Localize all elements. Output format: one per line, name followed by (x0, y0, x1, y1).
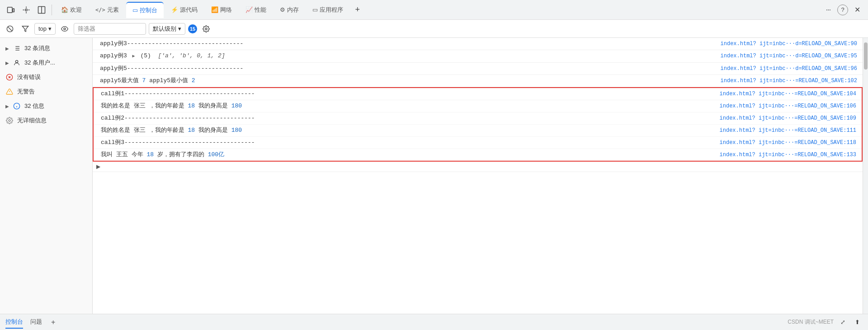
array-count: (5) (140, 52, 151, 59)
tab-sources[interactable]: ⚡ 源代码 (165, 2, 204, 18)
console-row-link[interactable]: index.html? ijt=inbc···=RELOAD_ON_SAVE:1… (718, 112, 862, 124)
num-value: 18 (146, 151, 154, 158)
console-row: 我的姓名是 张三 ，我的年龄是 18 我的身高是 180 index.html?… (94, 125, 862, 137)
screen-cast-btn[interactable]: ⤢ (837, 317, 848, 328)
device-toolbar-btn[interactable] (4, 3, 18, 17)
console-row-content: 我的姓名是 张三 ，我的年龄是 18 我的身高是 180 (94, 100, 718, 112)
sidebar-item-errors[interactable]: 没有错误 (0, 70, 92, 84)
console-row-link[interactable]: index.html? ijt=inbc···=RELOAD_ON_SAVE:1… (718, 125, 862, 136)
console-row: 我叫 王五 今年 18 岁，拥有了李四的 100亿 index.html? ij… (94, 149, 862, 161)
info-icon (13, 102, 21, 110)
console-row: call例3----------------------------------… (94, 137, 862, 149)
tab-network[interactable]: 📶 网络 (205, 2, 238, 18)
num-value: 180 (231, 127, 242, 134)
console-expand-row[interactable]: ▶ (93, 162, 863, 172)
console-row-content: apply例3--------------------------------- (93, 38, 719, 50)
console-row-content: call例3----------------------------------… (94, 137, 718, 149)
tab-application[interactable]: ▭ 应用程序 (306, 2, 349, 18)
bottom-right-area: CSDN 调试~MEET ⤢ ⬆ (788, 317, 863, 328)
console-row-link[interactable]: index.html? ijt=inbc···=RELOAD_ON_SAVE:1… (718, 88, 862, 100)
console-row-link[interactable]: index.html? ijt=inbc···=RELOAD_ON_SAVE:1… (718, 100, 862, 112)
level-dropdown-arrow-icon: ▾ (178, 25, 181, 32)
tab-console[interactable]: ▭ 控制台 (126, 2, 164, 18)
console-output[interactable]: apply例3---------------------------------… (93, 38, 863, 314)
console-icon: ▭ (132, 7, 138, 14)
sidebar-item-verbose[interactable]: 无详细信息 (0, 114, 92, 127)
console-row: apply例5---------------------------------… (93, 63, 863, 75)
svg-rect-1 (13, 9, 14, 12)
top-level-dropdown[interactable]: top ▾ (34, 23, 56, 35)
dropdown-arrow-icon: ▾ (48, 25, 52, 32)
console-row-link[interactable]: index.html? ijt=inbc···d=RELOAD_ON_SAVE:… (719, 63, 863, 74)
tab-application-label: 应用程序 (320, 6, 343, 14)
error-icon (5, 73, 14, 81)
bottom-tab-console[interactable]: 控制台 (5, 316, 23, 329)
sidebar-item-info[interactable]: ▶ 32 信息 (0, 99, 92, 113)
console-row: apply5最大值 7 apply5最小值 2 index.html? ijt=… (93, 75, 863, 87)
eye-btn[interactable] (58, 23, 71, 35)
expand-arrow-icon: ▶ (5, 46, 9, 51)
layout-btn[interactable] (34, 3, 49, 17)
sidebar-item-warnings[interactable]: 无警告 (0, 85, 92, 98)
svg-point-20 (15, 60, 18, 63)
scrollbar-track[interactable] (863, 38, 868, 314)
svg-point-2 (25, 9, 28, 11)
user-icon (13, 59, 21, 67)
tab-console-label: 控制台 (140, 6, 157, 14)
svg-point-13 (205, 28, 207, 30)
add-tab-btn[interactable]: + (350, 3, 365, 17)
tab-memory[interactable]: ⚙ 内存 (274, 2, 305, 18)
scrollbar-thumb[interactable] (864, 42, 868, 70)
expand-array-btn[interactable]: ▶ (132, 54, 135, 59)
inspect-btn[interactable] (19, 3, 33, 17)
console-row: apply例3---------------------------------… (93, 38, 863, 50)
console-toolbar: top ▾ 默认级别 ▾ 15 (0, 20, 868, 38)
close-devtools-btn[interactable]: ✕ (850, 3, 864, 17)
svg-point-12 (64, 28, 66, 30)
dock-btn[interactable]: ⬆ (852, 317, 863, 328)
log-level-dropdown[interactable]: 默认级别 ▾ (149, 23, 185, 35)
console-row-content: apply例5--------------------------------- (93, 63, 719, 74)
num-value: 100亿 (208, 151, 224, 158)
sidebar-item-all-messages[interactable]: ▶ 32 条消息 (0, 42, 92, 55)
settings-btn[interactable] (200, 23, 212, 35)
sidebar-item-errors-label: 没有错误 (17, 73, 41, 81)
log-level-label: 默认级别 (153, 25, 176, 33)
sidebar-item-info-label: 32 信息 (24, 102, 44, 110)
console-row: call例1----------------------------------… (94, 88, 862, 100)
array-preview: ['a', 'b', 0, 1, 2] (158, 52, 225, 59)
console-row-link[interactable]: index.html? ijt=inbc···=RELOAD_ON_SAVE:1… (718, 149, 862, 161)
tab-performance[interactable]: 📈 性能 (239, 2, 273, 18)
main-area: ▶ 32 条消息 ▶ 32 条用户... 没有错误 无警告 ▶ (0, 38, 868, 314)
sidebar-item-user-messages[interactable]: ▶ 32 条用户... (0, 56, 92, 70)
top-nav: 🏠 欢迎 </> 元素 ▭ 控制台 ⚡ 源代码 📶 网络 📈 性能 ⚙ 内存 ▭… (0, 0, 868, 20)
tab-performance-label: 性能 (255, 6, 266, 14)
num-value: 18 (188, 102, 195, 109)
highlighted-console-group: call例1----------------------------------… (93, 87, 863, 162)
console-row-link[interactable]: index.html? ijt=inbc···d=RELOAD_ON_SAVE:… (719, 38, 863, 50)
console-row-content: call例2----------------------------------… (94, 112, 718, 124)
filter-input[interactable] (74, 23, 146, 35)
console-row-link[interactable]: index.html? ijt=inbc···=RELOAD_ON_SAVE:1… (719, 75, 863, 87)
add-tab-bottom-btn[interactable]: + (51, 318, 55, 326)
memory-icon: ⚙ (280, 6, 285, 13)
badge-count: 15 (188, 24, 197, 33)
sidebar: ▶ 32 条消息 ▶ 32 条用户... 没有错误 无警告 ▶ (0, 38, 93, 314)
clear-console-btn[interactable] (4, 23, 16, 35)
num-value: 180 (231, 102, 242, 109)
console-row-link[interactable]: index.html? ijt=inbc···d=RELOAD_ON_SAVE:… (719, 50, 863, 62)
more-options-btn[interactable]: ··· (821, 3, 835, 17)
bottom-tab-issues[interactable]: 问题 (30, 316, 42, 329)
tab-elements-label: 元素 (107, 6, 119, 14)
elements-icon: </> (95, 7, 105, 13)
help-btn[interactable]: ? (837, 5, 848, 15)
console-row-link[interactable]: index.html? ijt=inbc···=RELOAD_ON_SAVE:1… (718, 137, 862, 149)
filter-btn[interactable] (19, 23, 32, 35)
num-value: 2 (192, 77, 195, 84)
nav-separator (52, 5, 52, 15)
message-count-badge[interactable]: 15 (188, 24, 197, 33)
console-row-content: apply例3 ▶ (5) ['a', 'b', 0, 1, 2] (93, 50, 719, 62)
tab-welcome[interactable]: 🏠 欢迎 (55, 2, 88, 18)
svg-rect-0 (8, 7, 13, 13)
tab-elements[interactable]: </> 元素 (89, 2, 125, 18)
